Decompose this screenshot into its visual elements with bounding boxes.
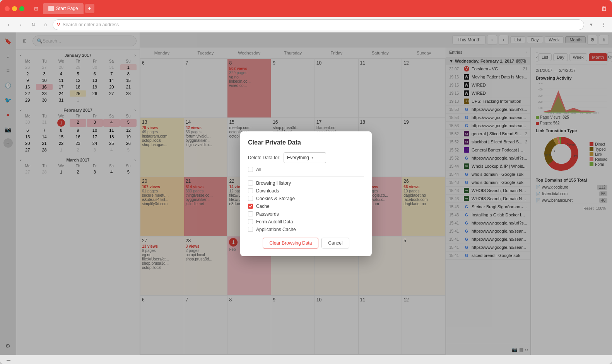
downloads-label: Downloads bbox=[256, 188, 279, 194]
all-checkbox[interactable] bbox=[248, 167, 253, 172]
tab-bar: ⊞ Start Page + bbox=[31, 3, 598, 14]
browsing-history-checkbox[interactable] bbox=[248, 180, 253, 185]
home-button[interactable]: ⌂ bbox=[40, 19, 51, 30]
clear-browsing-data-button[interactable]: Clear Browsing Data bbox=[263, 238, 318, 248]
new-tab-button[interactable]: + bbox=[85, 4, 94, 13]
clear-private-data-modal: Clear Private Data Delete Data for: Ever… bbox=[240, 131, 372, 256]
address-text: Search or enter an address bbox=[63, 22, 119, 27]
app-cache-label: Applications Cache bbox=[256, 227, 296, 232]
tab-favicon bbox=[48, 6, 54, 11]
cache-label: Cache bbox=[256, 204, 270, 209]
dropdown-arrow[interactable]: ▾ bbox=[586, 19, 597, 30]
cache-row: Cache bbox=[248, 204, 364, 209]
all-label: All bbox=[256, 167, 261, 172]
minimize-button[interactable] bbox=[12, 6, 17, 11]
modal-divider bbox=[248, 176, 364, 177]
delete-data-row: Delete Data for: Everything ▾ bbox=[248, 152, 364, 163]
maximize-button[interactable] bbox=[19, 6, 24, 11]
form-autofill-row: Form Autofill Data bbox=[248, 219, 364, 225]
vivaldi-logo: V bbox=[57, 22, 60, 27]
delete-data-label: Delete Data for: bbox=[248, 155, 280, 160]
passwords-row: Passwords bbox=[248, 211, 364, 217]
form-autofill-checkbox[interactable] bbox=[248, 219, 253, 224]
reload-button[interactable]: ↻ bbox=[28, 19, 39, 30]
traffic-lights bbox=[5, 6, 24, 11]
dropdown-value: Everything bbox=[287, 155, 309, 160]
everything-dropdown[interactable]: Everything ▾ bbox=[284, 152, 326, 163]
bottom-bar: ▬ bbox=[0, 355, 612, 364]
tab-title: Start Page bbox=[56, 6, 78, 11]
modal-overlay[interactable]: Clear Private Data Delete Data for: Ever… bbox=[0, 32, 612, 355]
modal-buttons: Clear Browsing Data Cancel bbox=[248, 238, 364, 248]
forward-button[interactable]: › bbox=[15, 19, 26, 30]
nav-bar: ‹ › ↻ ⌂ V Search or enter an address ▾ ⋮ bbox=[0, 17, 612, 32]
all-checkbox-row: All bbox=[248, 167, 364, 172]
form-autofill-label: Form Autofill Data bbox=[256, 219, 293, 225]
grid-icon: ⊞ bbox=[31, 3, 41, 14]
title-bar: ⊞ Start Page + 🗑 bbox=[0, 0, 612, 17]
modal-title: Clear Private Data bbox=[248, 139, 364, 146]
back-button[interactable]: ‹ bbox=[3, 19, 14, 30]
dropdown-arrow-icon: ▾ bbox=[311, 155, 313, 160]
cookies-row: Cookies & Storage bbox=[248, 196, 364, 201]
cookies-label: Cookies & Storage bbox=[256, 196, 295, 201]
passwords-label: Passwords bbox=[256, 211, 279, 217]
cache-checkbox[interactable] bbox=[248, 204, 253, 209]
checkmark-icon bbox=[249, 204, 252, 208]
active-tab[interactable]: Start Page bbox=[43, 3, 84, 14]
browsing-history-row: Browsing History bbox=[248, 180, 364, 186]
app-cache-row: Applications Cache bbox=[248, 227, 364, 232]
page-main: 🔖 ↓ ≡ 🕐 🐦 ● 📷 + ⚙ ⊞ 🔍 Search... ‹ bbox=[0, 32, 612, 355]
passwords-checkbox[interactable] bbox=[248, 211, 253, 216]
trash-icon[interactable]: 🗑 bbox=[601, 5, 607, 12]
downloads-row: Downloads bbox=[248, 188, 364, 194]
downloads-checkbox[interactable] bbox=[248, 188, 253, 193]
app-cache-checkbox[interactable] bbox=[248, 227, 253, 232]
cancel-button[interactable]: Cancel bbox=[321, 238, 349, 248]
bottom-panel-toggle[interactable]: ▬ bbox=[3, 354, 14, 364]
menu-button[interactable]: ⋮ bbox=[598, 19, 609, 30]
close-button[interactable] bbox=[5, 6, 10, 11]
address-bar[interactable]: V Search or enter an address bbox=[53, 19, 584, 30]
cookies-checkbox[interactable] bbox=[248, 196, 253, 201]
browsing-history-label: Browsing History bbox=[256, 180, 291, 186]
